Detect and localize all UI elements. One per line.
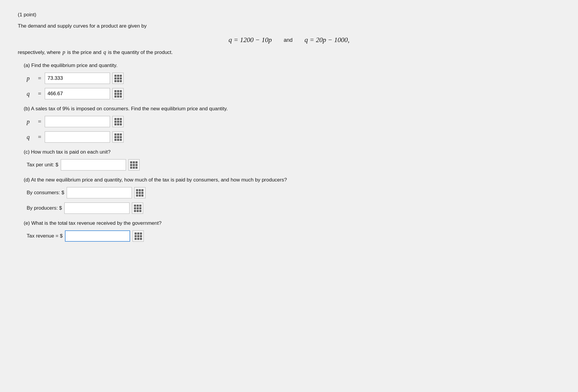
grid-dot [135, 238, 137, 240]
part-e-prefix: Tax revenue = $ [27, 233, 63, 239]
grid-dot [114, 121, 116, 123]
grid-dot [120, 90, 122, 92]
part-a-q-input[interactable] [45, 88, 110, 99]
grid-dot [120, 139, 122, 141]
part-d-consumers-input[interactable] [67, 187, 132, 198]
part-a-q-grid-button[interactable] [112, 88, 124, 99]
grid-dot [134, 207, 136, 209]
part-e-label: (e) What is the total tax revenue receiv… [24, 220, 560, 226]
part-a-p-grid-button[interactable] [112, 73, 124, 84]
grid-dot [114, 139, 116, 141]
is-price-text: is the price and [67, 50, 101, 55]
part-a-p-input[interactable] [45, 73, 110, 84]
grid-dot [139, 210, 141, 212]
part-d-producers-grid-button[interactable] [132, 203, 143, 214]
grid-dot [120, 77, 122, 79]
grid-dot [136, 189, 138, 191]
grid-dot [120, 80, 122, 82]
part-b-q-grid-button[interactable] [112, 131, 124, 143]
grid-dot [136, 195, 138, 197]
part-b-q-eq: = [38, 134, 41, 141]
part-c-label: (c) How much tax is paid on each unit? [24, 149, 560, 155]
part-e-input[interactable] [65, 230, 130, 242]
grid-dot [117, 95, 119, 98]
grid-dot [139, 192, 141, 194]
grid-dot [120, 118, 122, 120]
respectively-text: respectively, where [18, 50, 60, 55]
grid-dot [114, 77, 116, 79]
header-desc: The demand and supply curves for a produ… [18, 23, 560, 29]
grid-dot [117, 80, 119, 82]
part-d-consumers-grid-button[interactable] [134, 187, 146, 198]
q-var-inline: q [103, 49, 106, 55]
grid-dot [140, 238, 142, 240]
grid-dot [120, 136, 122, 138]
part-b-p-var: p [27, 118, 36, 125]
part-b-p-grid-button[interactable] [112, 116, 124, 127]
grid-dot [135, 161, 138, 163]
grid-dot [117, 93, 119, 95]
part-d-consumers-prefix: By consumers: $ [27, 190, 64, 196]
part-d-consumers-row: By consumers: $ [27, 187, 560, 198]
part-b-p-input[interactable] [45, 116, 110, 127]
equation-line: q = 1200 − 10p and q = 20p − 1000, [18, 36, 560, 44]
grid-dot [141, 195, 143, 197]
points-label: (1 point) [18, 12, 560, 18]
grid-dot [117, 90, 119, 92]
grid-dot [134, 205, 136, 207]
grid-dot [114, 80, 116, 82]
grid-dot [137, 232, 139, 235]
grid-icon [114, 75, 122, 82]
part-c-row: Tax per unit: $ [27, 159, 560, 170]
part-c-input[interactable] [61, 159, 126, 170]
grid-dot [133, 164, 135, 166]
grid-dot [137, 238, 139, 240]
grid-dot [140, 235, 142, 237]
grid-icon [114, 90, 122, 98]
grid-dot [120, 95, 122, 98]
grid-dot [117, 136, 119, 138]
grid-dot [120, 93, 122, 95]
part-b: (b) A sales tax of 9% is imposed on cons… [24, 106, 560, 143]
grid-icon [130, 161, 138, 169]
grid-dot [130, 164, 132, 166]
part-b-p-eq: = [38, 118, 41, 125]
grid-dot [120, 75, 122, 77]
grid-dot [117, 118, 119, 120]
part-b-p-row: p = [27, 116, 560, 127]
demand-equation: q = 1200 − 10p [229, 36, 272, 44]
grid-dot [137, 205, 139, 207]
grid-dot [114, 118, 116, 120]
part-c-grid-button[interactable] [128, 159, 140, 170]
grid-icon [134, 205, 141, 212]
supply-equation: q = 20p − 1000, [304, 36, 349, 44]
part-b-q-row: q = [27, 131, 560, 143]
part-a: (a) Find the equilibrium price and quant… [24, 63, 560, 99]
part-b-q-input[interactable] [45, 131, 110, 143]
part-d-producers-prefix: By producers: $ [27, 205, 62, 211]
grid-dot [114, 95, 116, 98]
grid-dot [114, 93, 116, 95]
grid-dot [137, 235, 139, 237]
part-a-p-var: p [27, 75, 36, 82]
part-d: (d) At the new equilibrium price and qua… [24, 177, 560, 214]
is-quantity-text: is the quantity of the product. [108, 50, 173, 55]
grid-dot [140, 232, 142, 235]
grid-dot [120, 123, 122, 125]
grid-dot [139, 207, 141, 209]
grid-dot [114, 133, 116, 136]
grid-dot [136, 192, 138, 194]
part-a-p-row: p = [27, 73, 560, 84]
part-e-grid-button[interactable] [132, 230, 144, 242]
grid-icon [135, 232, 142, 240]
part-a-p-eq: = [38, 75, 41, 82]
grid-dot [141, 189, 143, 191]
and-text: and [284, 37, 293, 43]
grid-dot [135, 164, 138, 166]
grid-icon [114, 118, 122, 125]
part-d-producers-input[interactable] [64, 203, 130, 214]
part-d-producers-row: By producers: $ [27, 203, 560, 214]
grid-dot [133, 167, 135, 169]
p-var-inline: p [63, 49, 65, 55]
grid-dot [120, 121, 122, 123]
